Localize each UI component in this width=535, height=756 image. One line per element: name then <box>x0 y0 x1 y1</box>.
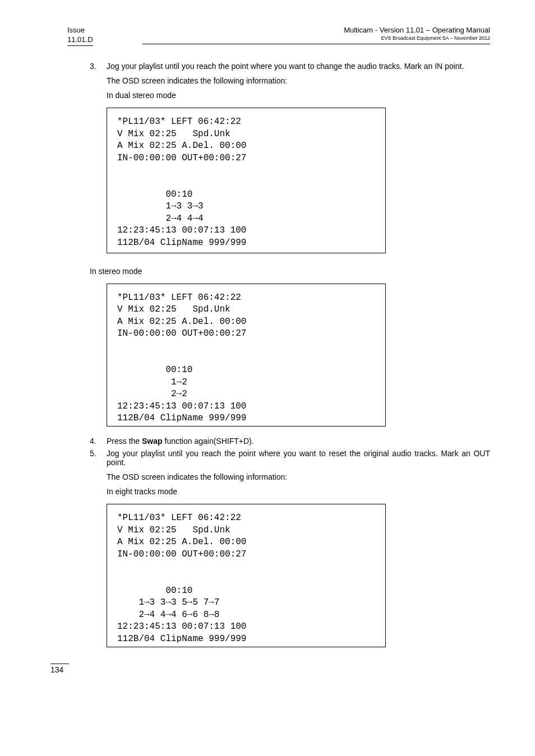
step-number: 3. <box>90 62 107 71</box>
doc-subtitle: EVS Broadcast Equipment SA – November 20… <box>344 35 490 42</box>
osd-line: 00:10 <box>117 365 192 375</box>
step-number: 5. <box>90 449 107 467</box>
osd-line: A Mix 02:25 A.Del. 00:00 <box>117 141 246 151</box>
step-3-para-1: The OSD screen indicates the following i… <box>107 76 490 85</box>
osd-line: IN-00:00:00 OUT+00:00:27 <box>117 153 246 163</box>
osd-line: A Mix 02:25 A.Del. 00:00 <box>117 317 246 327</box>
osd-line: 00:10 <box>117 586 192 596</box>
osd-line: 12:23:45:13 00:07:13 100 <box>117 622 246 632</box>
revision-label: 11.01.D <box>67 35 93 46</box>
osd-line: V Mix 02:25 Spd.Unk <box>117 304 230 314</box>
step-5-para-1: The OSD screen indicates the following i… <box>107 472 490 481</box>
osd-eight-tracks: *PL11/03* LEFT 06:42:22 V Mix 02:25 Spd.… <box>107 504 386 647</box>
stereo-mode-label: In stereo mode <box>90 267 490 276</box>
header-right: Multicam - Version 11.01 – Operating Man… <box>344 26 490 42</box>
osd-line: A Mix 02:25 A.Del. 00:00 <box>117 537 246 547</box>
osd-line: *PL11/03* LEFT 06:42:22 <box>117 513 241 523</box>
osd-line: 2→4 4→4 <box>117 214 204 224</box>
step-5-para-2: In eight tracks mode <box>107 487 490 496</box>
header-left: Issue 11.01.D <box>67 26 93 46</box>
osd-line: 112B/04 ClipName 999/999 <box>117 413 246 423</box>
issue-label: Issue <box>67 26 93 35</box>
step-text: Press the Swap function again(SHIFT+D). <box>107 437 490 446</box>
osd-line: V Mix 02:25 Spd.Unk <box>117 129 230 139</box>
step-3: 3. Jog your playlist until you reach the… <box>90 62 490 71</box>
osd-line: 112B/04 ClipName 999/999 <box>117 634 246 644</box>
osd-line: 2→2 <box>117 389 187 399</box>
osd-line: *PL11/03* LEFT 06:42:22 <box>117 293 241 303</box>
osd-dual-stereo: *PL11/03* LEFT 06:42:22 V Mix 02:25 Spd.… <box>107 108 386 253</box>
text-pre: Press the <box>107 437 142 446</box>
main-content: 3. Jog your playlist until you reach the… <box>90 62 490 647</box>
header-rule <box>142 44 490 44</box>
osd-stereo: *PL11/03* LEFT 06:42:22 V Mix 02:25 Spd.… <box>107 284 386 427</box>
step-3-para-2: In dual stereo mode <box>107 91 490 100</box>
text-post: function again(SHIFT+D). <box>163 437 254 446</box>
step-number: 4. <box>90 437 107 446</box>
osd-line: 1→3 3→3 5→5 7→7 <box>117 597 219 607</box>
step-5: 5. Jog your playlist until you reach the… <box>90 449 490 467</box>
step-text: Jog your playlist until you reach the po… <box>107 62 490 71</box>
osd-line: *PL11/03* LEFT 06:42:22 <box>117 117 241 127</box>
doc-title: Multicam - Version 11.01 – Operating Man… <box>344 26 490 35</box>
osd-line: 12:23:45:13 00:07:13 100 <box>117 225 246 235</box>
osd-line: IN-00:00:00 OUT+00:00:27 <box>117 328 246 338</box>
osd-line: V Mix 02:25 Spd.Unk <box>117 525 230 535</box>
osd-line: 2→4 4→4 6→6 8→8 <box>117 610 219 620</box>
osd-line: 1→3 3→3 <box>117 201 204 211</box>
osd-line: 12:23:45:13 00:07:13 100 <box>117 401 246 411</box>
swap-bold: Swap <box>142 437 163 446</box>
page-number: 134 <box>50 664 69 674</box>
osd-line: 1→2 <box>117 377 187 387</box>
step-4: 4. Press the Swap function again(SHIFT+D… <box>90 437 490 446</box>
step-text: Jog your playlist until you reach the po… <box>107 449 490 467</box>
osd-line: IN-00:00:00 OUT+00:00:27 <box>117 549 246 559</box>
osd-line: 00:10 <box>117 189 192 200</box>
osd-line: 112B/04 ClipName 999/999 <box>117 238 246 248</box>
